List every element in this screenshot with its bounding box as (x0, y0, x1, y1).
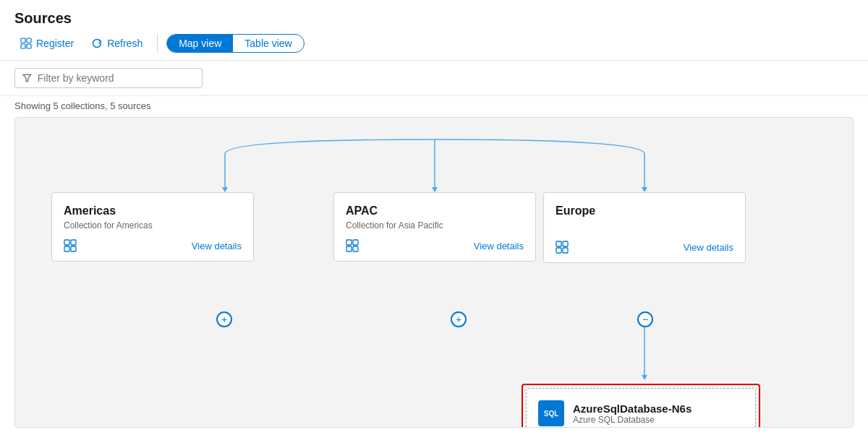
sql-label: SQL (544, 410, 559, 418)
americas-title: Americas (64, 204, 242, 218)
svg-rect-13 (346, 240, 352, 245)
svg-marker-7 (642, 187, 647, 192)
svg-rect-20 (563, 248, 568, 253)
status-bar: Showing 5 collections, 5 sources (0, 96, 868, 117)
table-view-button[interactable]: Table view (233, 35, 303, 52)
apac-title: APAC (346, 204, 524, 218)
connectors-svg (15, 118, 853, 427)
europe-card: Europe View details (543, 192, 746, 263)
svg-rect-14 (353, 240, 358, 245)
filter-bar (0, 61, 868, 96)
americas-card: Americas Collection for Americas View de… (51, 192, 254, 262)
americas-grid-icon (64, 239, 77, 252)
svg-rect-3 (27, 44, 31, 48)
europe-footer: View details (556, 241, 733, 254)
filter-input[interactable] (38, 72, 195, 84)
refresh-button[interactable]: Refresh (85, 35, 148, 52)
filter-input-wrap (14, 68, 203, 88)
svg-rect-10 (71, 240, 76, 245)
svg-marker-8 (642, 375, 647, 380)
source-type: Azure SQL Database (573, 415, 692, 425)
refresh-label: Refresh (107, 38, 142, 49)
apac-subtitle: Collection for Asia Pacific (346, 220, 524, 231)
apac-expand[interactable]: + (451, 311, 467, 327)
svg-marker-5 (222, 187, 228, 192)
svg-rect-1 (27, 38, 31, 43)
europe-collapse[interactable]: − (637, 311, 653, 327)
source-name: AzureSqlDatabase-N6s (573, 402, 692, 415)
status-text: Showing 5 collections, 5 sources (14, 100, 151, 111)
apac-view-details[interactable]: View details (474, 241, 524, 251)
europe-title: Europe (556, 204, 733, 218)
svg-rect-17 (556, 241, 561, 246)
toolbar-divider (157, 35, 158, 52)
americas-footer: View details (64, 239, 242, 252)
page-title: Sources (14, 10, 854, 27)
apac-card: APAC Collection for Asia Pacific View de… (333, 192, 536, 262)
svg-rect-16 (353, 246, 358, 251)
svg-rect-18 (563, 241, 568, 246)
map-canvas: Americas Collection for Americas View de… (14, 117, 854, 428)
svg-rect-9 (64, 240, 69, 245)
map-view-button[interactable]: Map view (167, 35, 233, 52)
filter-icon (22, 73, 32, 83)
source-card-inner: SQL AzureSqlDatabase-N6s Azure SQL Datab… (526, 388, 756, 428)
register-button[interactable]: Register (14, 35, 80, 52)
sql-icon: SQL (538, 400, 564, 426)
svg-rect-15 (346, 246, 352, 251)
apac-footer: View details (346, 239, 524, 252)
svg-rect-11 (64, 246, 69, 251)
apac-grid-icon (346, 239, 359, 252)
europe-grid-icon (556, 241, 569, 254)
source-info: AzureSqlDatabase-N6s Azure SQL Database (573, 402, 692, 425)
americas-view-details[interactable]: View details (192, 241, 242, 251)
svg-rect-12 (71, 246, 76, 251)
refresh-icon (91, 38, 103, 49)
source-card-outer: SQL AzureSqlDatabase-N6s Azure SQL Datab… (522, 384, 760, 428)
svg-rect-0 (21, 38, 25, 43)
svg-marker-4 (23, 74, 31, 81)
page-header: Sources Register Refresh Map view Table … (0, 0, 868, 61)
view-toggle: Map view Table view (166, 34, 305, 53)
register-icon (20, 38, 32, 49)
register-label: Register (36, 38, 74, 49)
americas-subtitle: Collection for Americas (64, 220, 242, 231)
toolbar: Register Refresh Map view Table view (14, 34, 854, 53)
americas-expand[interactable]: + (216, 311, 232, 327)
source-card-header: SQL AzureSqlDatabase-N6s Azure SQL Datab… (538, 400, 744, 426)
europe-subtitle (556, 220, 733, 232)
svg-marker-6 (432, 187, 438, 192)
europe-view-details[interactable]: View details (684, 242, 733, 253)
svg-rect-19 (556, 248, 561, 253)
svg-rect-2 (21, 44, 25, 48)
